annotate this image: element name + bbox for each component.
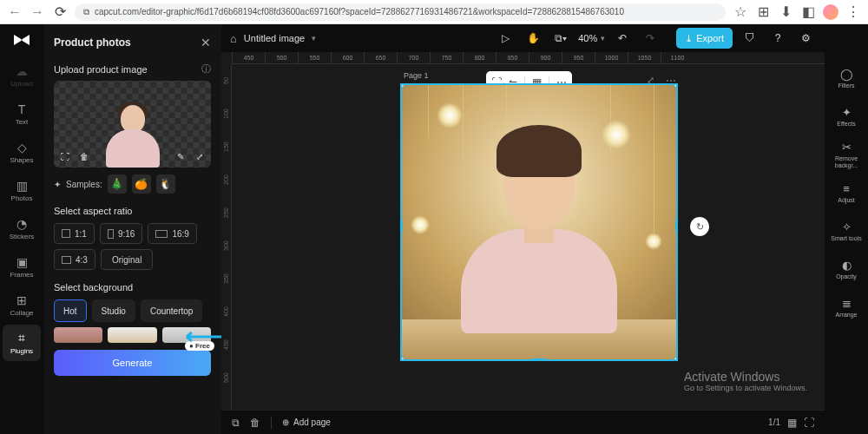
resize-handle-mb[interactable] [530,358,548,361]
aspect-ratio-group: 1:1 9:16 16:9 4:3 Original [54,223,211,270]
sample-3[interactable]: 🐧 [156,174,175,194]
info-icon[interactable]: ⓘ [201,62,211,76]
rail-photos[interactable]: ▥Photos [3,172,41,208]
remove-bg-icon: ✂ [842,141,852,154]
rrail-remove-bg[interactable]: ✂Remove backgr... [826,135,866,174]
nav-back-icon[interactable]: ← [7,4,23,20]
layers-icon[interactable]: ⧉ [232,417,240,429]
rail-upload[interactable]: ☁Upload [3,57,41,94]
kebab-menu-icon[interactable]: ⋮ [845,4,861,20]
browser-toolbar: ← → ⟳ ⧉ capcut.com/editor-graphic/f6d17d… [0,0,868,24]
rrail-smart[interactable]: ✧Smart tools [826,212,866,250]
profile-avatar[interactable] [823,4,838,20]
upload-icon: ☁ [16,64,28,78]
rail-shapes[interactable]: ◇Shapes [3,134,41,170]
delete-icon[interactable]: 🗑 [76,148,92,164]
aspect-9-16[interactable]: 9:16 [100,223,142,244]
rrail-filters[interactable]: ◯Filters [826,59,866,97]
background-label: Select background [54,282,133,293]
upload-preview[interactable]: ⛶ 🗑 ✎ ⤢ [54,81,211,168]
undo-icon[interactable]: ↶ [612,28,633,49]
hand-tool-icon[interactable]: ✋ [523,28,543,49]
generate-button[interactable]: Generate [54,350,211,376]
aspect-1-1[interactable]: 1:1 [54,223,95,244]
zoom-level[interactable]: 40% ▾ [578,33,605,43]
bg-tab-studio[interactable]: Studio [92,299,135,322]
chevron-down-icon[interactable]: ▾ [312,34,316,43]
left-rail: ☁Upload TText ◇Shapes ▥Photos ◔Stickers … [0,24,43,434]
canvas-subject[interactable] [457,134,621,333]
help-icon[interactable]: ? [767,28,788,49]
redo-icon[interactable]: ↷ [640,28,661,49]
panel-title: Product photos [54,36,131,49]
fullscreen-icon[interactable]: ⛶ [804,417,814,429]
sample-1[interactable]: 🎄 [108,174,127,194]
resize-handle-tl[interactable] [400,83,404,88]
document-title[interactable]: Untitled image [244,33,305,43]
crop-tool-icon[interactable]: ⧉▾ [550,28,571,49]
resize-handle-br[interactable] [674,357,678,361]
swap-button[interactable]: ↻ [690,217,709,236]
rrail-arrange[interactable]: ≣Arrange [826,288,866,326]
nav-reload-icon[interactable]: ⟳ [52,4,68,20]
rail-frames[interactable]: ▣Frames [3,248,41,285]
plus-icon: ⊕ [282,418,289,427]
resize-handle-bl[interactable] [400,357,404,361]
canvas[interactable] [400,83,678,361]
rail-plugins[interactable]: ⌗Plugins [3,325,41,361]
nav-forward-icon[interactable]: → [30,4,45,20]
bg-tab-hot[interactable]: Hot [54,299,87,322]
sample-2[interactable]: 🍊 [132,174,151,194]
expand-icon[interactable]: ⤢ [192,148,207,164]
resize-handle-mr[interactable] [675,219,678,233]
rrail-adjust[interactable]: ≡Adjust [826,174,866,212]
url-bar[interactable]: ⧉ capcut.com/editor-graphic/f6d17d6b6819… [75,3,726,21]
close-panel-icon[interactable]: ✕ [201,36,211,49]
effects-icon: ✦ [842,106,852,119]
crop-icon[interactable]: ⛶ [57,148,73,164]
site-info-icon[interactable]: ⧉ [83,7,89,17]
aspect-4-3[interactable]: 4:3 [54,249,95,270]
aspect-original[interactable]: Original [101,249,153,270]
right-rail: ◯Filters ✦Effects ✂Remove backgr... ≡Adj… [825,24,868,434]
photos-icon: ▥ [16,179,28,193]
rail-text[interactable]: TText [3,95,41,132]
shield-icon[interactable]: ⛉ [740,28,760,49]
panel-icon[interactable]: ◧ [800,4,816,20]
ruler-horizontal: 4505005506006507007508008509009501000105… [232,52,825,64]
bg-preview-1[interactable] [54,327,102,343]
home-icon[interactable]: ⌂ [230,32,237,45]
frames-icon: ▣ [16,255,28,269]
bookmark-star-icon[interactable]: ☆ [733,4,748,20]
filters-icon: ◯ [840,68,853,81]
resize-handle-tr[interactable] [674,83,678,88]
samples-sparkle-icon: ✦ [54,180,61,189]
app-logo[interactable] [11,30,32,50]
shapes-icon: ◇ [17,141,27,155]
extensions-icon[interactable]: ⊞ [755,4,771,20]
bottom-bar: ⧉ 🗑 ⊕Add page 1/1 ▦ ⛶ [221,410,825,434]
background-tabs: Hot Studio Countertop [54,299,211,322]
trash-icon[interactable]: 🗑 [250,417,260,429]
page-label: Page 1 [404,71,429,80]
ruler-vertical: 50100150200250300350400450500 [221,64,232,410]
edit-icon[interactable]: ✎ [173,148,188,164]
stickers-icon: ◔ [16,217,27,231]
left-panel: Product photos ✕ Upload product image ⓘ … [43,24,221,434]
rail-stickers[interactable]: ◔Stickers [3,210,41,247]
rrail-opacity[interactable]: ◐Opacity [826,250,866,288]
canvas-area[interactable]: 4505005506006507007508008509009501000105… [221,52,825,410]
resize-handle-ml[interactable] [400,219,403,233]
pointer-tool-icon[interactable]: ▷ [495,28,516,49]
rail-collage[interactable]: ⊞Collage [3,286,41,323]
add-page-button[interactable]: ⊕Add page [282,418,331,427]
editor-stage: ⌂ Untitled image ▾ ▷ ✋ ⧉▾ 40% ▾ ↶ ↷ ⤓Exp… [221,24,825,434]
settings-icon[interactable]: ⚙ [795,28,816,49]
bg-preview-2[interactable] [108,327,156,343]
aspect-16-9[interactable]: 16:9 [148,223,196,244]
export-button[interactable]: ⤓Export [676,28,733,49]
download-icon[interactable]: ⬇ [778,4,793,20]
rrail-effects[interactable]: ✦Effects [826,97,866,135]
bg-tab-countertop[interactable]: Countertop [141,299,202,322]
grid-view-icon[interactable]: ▦ [787,417,797,429]
